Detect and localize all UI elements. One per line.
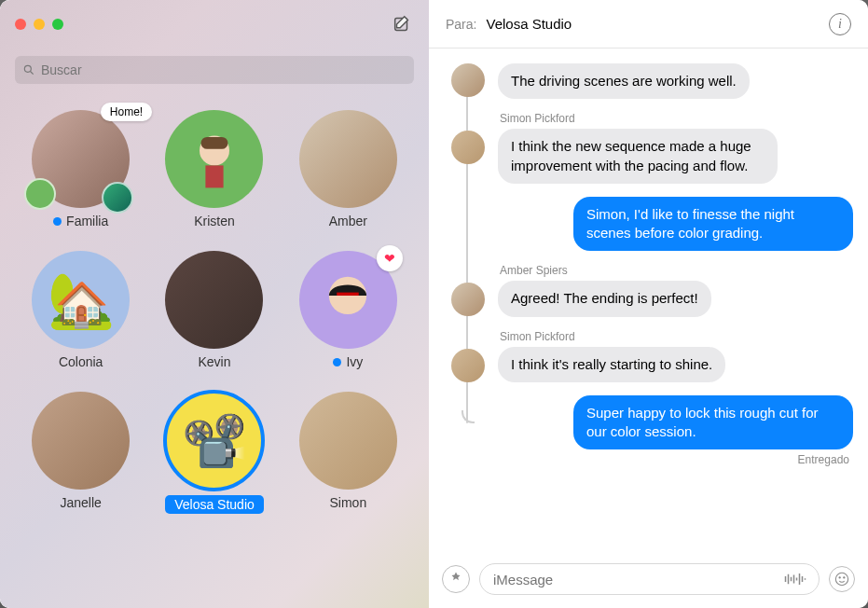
conversation-name: Colonia	[59, 354, 103, 369]
emoji-button[interactable]	[829, 566, 855, 592]
conversation-name: Kristen	[194, 214, 235, 228]
svg-rect-6	[338, 292, 360, 295]
search-input[interactable]	[41, 62, 406, 77]
message-incoming: The driving scenes are working well.	[498, 63, 853, 99]
message-bubble[interactable]: The driving scenes are working well.	[498, 63, 750, 99]
apps-icon	[448, 571, 464, 587]
conversation-label: Ivy	[333, 354, 363, 369]
conversation-amber[interactable]: Amber	[290, 110, 406, 228]
conversation-janelle[interactable]: Janelle	[22, 392, 139, 514]
memoji-icon	[309, 261, 387, 339]
conversation-name: Ivy	[346, 354, 363, 369]
avatar	[32, 392, 130, 490]
compose-icon	[392, 14, 412, 35]
conversation-label: Colonia	[59, 354, 103, 369]
conversation-label: Familia	[53, 214, 108, 228]
conversation-view: Para: Velosa Studio i The driving scenes…	[429, 0, 868, 608]
message-incoming: Simon Pickford I think it's really start…	[498, 330, 853, 382]
sender-name: Amber Spiers	[500, 264, 853, 277]
message-outgoing: Simon, I'd like to finesse the night sce…	[498, 197, 853, 252]
message-incoming: Simon Pickford I think the new sequence …	[498, 112, 853, 184]
conversation-colonia[interactable]: 🏡 Colonia	[22, 251, 139, 369]
window-controls	[15, 19, 63, 30]
sender-avatar	[451, 63, 485, 97]
house-icon: 🏡	[48, 269, 115, 332]
avatar	[299, 392, 397, 490]
conversation-header: Para: Velosa Studio i	[429, 0, 868, 48]
conversation-simon[interactable]: Simon	[290, 392, 406, 514]
avatar: Home!	[32, 110, 130, 208]
compose-button[interactable]	[390, 12, 414, 36]
conversation-label: Janelle	[60, 495, 101, 510]
apps-button[interactable]	[442, 565, 470, 593]
sender-avatar	[451, 283, 485, 316]
svg-point-1	[24, 65, 31, 72]
message-bubble[interactable]: Simon, I'd like to finesse the night sce…	[573, 197, 853, 252]
search-icon	[22, 63, 35, 76]
unread-indicator	[53, 217, 62, 226]
waveform-icon	[781, 571, 809, 587]
conversation-familia[interactable]: Home! Familia	[22, 110, 139, 228]
svg-point-9	[844, 577, 845, 578]
message-composer	[429, 554, 868, 608]
audio-message-button[interactable]	[781, 571, 809, 587]
message-input-container[interactable]	[479, 563, 820, 595]
avatar: ❤︎	[299, 251, 397, 349]
message-bubble[interactable]: Super happy to lock this rough cut for o…	[573, 395, 853, 450]
details-button[interactable]: i	[829, 13, 851, 35]
conversation-grid: Home! Familia Kristen	[0, 101, 429, 608]
conversation-label: Simon	[329, 495, 366, 510]
titlebar	[0, 0, 429, 48]
svg-rect-3	[201, 137, 228, 149]
svg-rect-4	[205, 165, 223, 187]
conversation-name: Kevin	[198, 354, 230, 369]
conversation-name: Simon	[329, 495, 366, 510]
tapback-heart-icon: ❤︎	[377, 245, 403, 271]
conversation-name: Amber	[329, 214, 367, 228]
close-window-button[interactable]	[15, 19, 26, 30]
minimize-window-button[interactable]	[34, 19, 45, 30]
svg-point-8	[839, 577, 840, 578]
svg-point-7	[835, 573, 847, 585]
conversation-name: Velosa Studio	[174, 497, 255, 512]
memoji-icon	[177, 122, 252, 197]
message-bubble[interactable]: Agreed! The ending is perfect!	[498, 281, 711, 316]
conversation-ivy[interactable]: ❤︎ Ivy	[290, 251, 406, 369]
avatar: 🏡	[32, 251, 130, 349]
unread-indicator	[333, 358, 341, 366]
to-label: Para:	[446, 17, 476, 32]
avatar	[299, 110, 397, 208]
messages-window: Home! Familia Kristen	[0, 0, 868, 608]
message-outgoing: Super happy to lock this rough cut for o…	[498, 395, 853, 450]
conversation-velosa-studio[interactable]: 📽️ Velosa Studio	[156, 392, 272, 514]
avatar	[165, 110, 263, 208]
message-thread[interactable]: The driving scenes are working well. Sim…	[429, 48, 868, 554]
avatar: 📽️	[165, 392, 263, 490]
message-incoming: Amber Spiers Agreed! The ending is perfe…	[498, 264, 853, 316]
search-field[interactable]	[15, 56, 414, 84]
projector-icon: 📽️	[182, 410, 247, 472]
message-preview-badge: Home!	[101, 103, 152, 121]
emoji-icon	[834, 572, 849, 587]
avatar	[165, 251, 263, 349]
sender-avatar	[451, 131, 485, 164]
group-member-avatar	[24, 178, 56, 210]
to-name: Velosa Studio	[486, 16, 820, 32]
conversation-label: Kristen	[194, 214, 235, 228]
sidebar: Home! Familia Kristen	[0, 0, 429, 608]
conversation-label: Velosa Studio	[165, 495, 264, 514]
info-icon: i	[838, 17, 842, 32]
sender-name: Simon Pickford	[500, 112, 853, 125]
conversation-kristen[interactable]: Kristen	[156, 110, 272, 228]
conversation-name: Janelle	[60, 495, 101, 510]
message-input[interactable]	[493, 572, 781, 587]
sender-name: Simon Pickford	[500, 330, 853, 343]
sender-avatar	[451, 349, 485, 382]
message-bubble[interactable]: I think it's really starting to shine.	[498, 347, 725, 382]
conversation-label: Kevin	[198, 354, 230, 369]
message-bubble[interactable]: I think the new sequence made a huge imp…	[498, 129, 778, 184]
zoom-window-button[interactable]	[52, 19, 63, 30]
conversation-name: Familia	[66, 214, 108, 228]
conversation-kevin[interactable]: Kevin	[156, 251, 272, 369]
delivery-status: Entregado	[498, 453, 853, 466]
